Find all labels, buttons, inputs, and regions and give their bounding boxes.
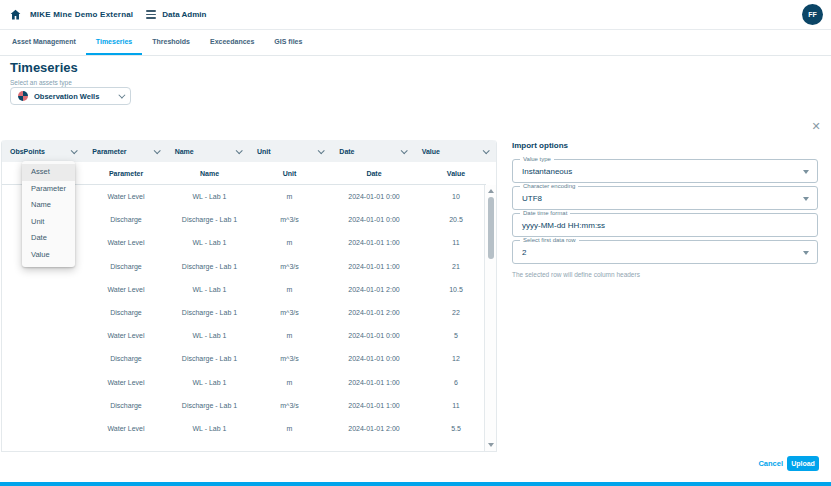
first-data-row-label: Select first data row — [520, 237, 579, 243]
column-mapping-select[interactable]: Value — [414, 148, 496, 155]
tab[interactable]: Asset Management — [2, 30, 86, 55]
date-time-format-input[interactable]: Date time format yyyy-MM-dd HH:mm:ss — [512, 213, 818, 237]
cancel-button[interactable]: Cancel — [758, 459, 783, 468]
cell-parameter: Discharge — [90, 263, 162, 270]
table-row: Water Level WL - Lab 1 m 2024-01-01 1:00… — [2, 371, 486, 394]
cell-date: 2024-01-01 1:00 — [322, 239, 426, 246]
value-type-select[interactable]: Value type Instantaneous — [512, 159, 818, 183]
cell-unit: m^3/s — [257, 309, 322, 316]
cell-value: 10 — [426, 193, 486, 200]
first-data-row-helper: The selected row will define column head… — [512, 271, 818, 278]
home-icon[interactable] — [9, 8, 22, 21]
column-mapping-select[interactable]: ObsPoints — [2, 148, 84, 155]
chevron-down-icon — [803, 197, 809, 201]
cell-name: WL - Lab 1 — [162, 193, 257, 200]
app-bar: MIKE Mine Demo External Data Admin FF — [0, 0, 831, 30]
header-name: Name — [162, 170, 257, 177]
page-title: Timeseries — [10, 60, 78, 75]
cell-unit: m — [257, 193, 322, 200]
menu-item[interactable]: Asset — [22, 164, 75, 181]
cell-value: 12 — [426, 355, 486, 362]
column-mapping-value: Unit — [257, 148, 271, 155]
menu-item[interactable]: Parameter — [22, 181, 75, 198]
cell-date: 2024-01-01 0:00 — [322, 355, 426, 362]
column-mapping-value: Value — [422, 148, 440, 155]
character-encoding-select[interactable]: Character encoding UTF8 — [512, 186, 818, 210]
tab[interactable]: GIS files — [264, 30, 312, 55]
column-mapping-bar: ObsPoints Parameter Name Unit Date — [2, 140, 496, 162]
column-mapping-menu: Asset Parameter Name Unit Date Value — [22, 161, 75, 267]
cell-date: 2024-01-01 1:00 — [322, 263, 426, 270]
table-row: Discharge Discharge - Lab 1 m^3/s 2024-0… — [2, 301, 486, 324]
column-mapping-select[interactable]: Name — [167, 148, 249, 155]
upload-button[interactable]: Upload — [787, 456, 819, 471]
cell-name: Discharge - Lab 1 — [162, 355, 257, 362]
close-icon[interactable]: ✕ — [810, 120, 822, 132]
tab[interactable]: Thresholds — [142, 30, 200, 55]
chevron-down-icon — [483, 147, 490, 154]
hamburger-icon[interactable] — [146, 10, 156, 18]
first-data-row-value: 2 — [522, 248, 526, 257]
menu-item[interactable]: Value — [22, 247, 75, 264]
cell-date: 2024-01-01 0:00 — [322, 193, 426, 200]
cell-value: 6 — [426, 379, 486, 386]
chevron-down-icon — [71, 147, 78, 154]
cell-name: Discharge - Lab 1 — [162, 263, 257, 270]
menu-item[interactable]: Unit — [22, 214, 75, 231]
cell-value: 21 — [426, 263, 486, 270]
cell-parameter: Discharge — [90, 216, 162, 223]
cell-parameter: Water Level — [90, 332, 162, 339]
cell-value: 11 — [426, 239, 486, 246]
asset-type-value: Observation Wells — [34, 92, 112, 101]
tab[interactable]: Timeseries — [86, 30, 142, 55]
cell-parameter: Discharge — [90, 402, 162, 409]
cell-date: 2024-01-01 0:00 — [322, 332, 426, 339]
avatar[interactable]: FF — [802, 4, 823, 25]
scroll-down-icon[interactable] — [488, 443, 494, 447]
date-time-format-label: Date time format — [520, 210, 570, 216]
column-mapping-value: Name — [175, 148, 194, 155]
menu-item[interactable]: Name — [22, 197, 75, 214]
tab[interactable]: Exceedances — [200, 30, 264, 55]
column-mapping-select[interactable]: Parameter — [84, 148, 166, 155]
chevron-down-icon — [803, 251, 809, 255]
cell-unit: m — [257, 286, 322, 293]
cell-value: 11 — [426, 402, 486, 409]
column-mapping-select[interactable]: Date — [331, 148, 413, 155]
cell-value: 20.5 — [426, 216, 486, 223]
table-row: Water Level WL - Lab 1 m 2024-01-01 2:00… — [2, 417, 486, 440]
asset-type-label: Select an assets type — [10, 79, 72, 86]
menu-item[interactable]: Date — [22, 230, 75, 247]
tab-bar: Asset Management Timeseries Thresholds E… — [0, 30, 831, 56]
cell-unit: m — [257, 239, 322, 246]
scroll-up-icon[interactable] — [488, 189, 494, 193]
header-parameter: Parameter — [90, 170, 162, 177]
cell-date: 2024-01-01 2:00 — [322, 286, 426, 293]
cell-name: WL - Lab 1 — [162, 379, 257, 386]
table-scrollbar[interactable] — [484, 185, 496, 451]
cell-date: 2024-01-01 1:00 — [322, 379, 426, 386]
date-time-format-value: yyyy-MM-dd HH:mm:ss — [522, 221, 605, 230]
table-row: Discharge Discharge - Lab 1 m^3/s 2024-0… — [2, 394, 486, 417]
asset-type-select[interactable]: Observation Wells — [10, 87, 131, 105]
cell-date: 2024-01-01 0:00 — [322, 216, 426, 223]
cell-unit: m^3/s — [257, 216, 322, 223]
header-date: Date — [322, 170, 426, 177]
column-mapping-value: ObsPoints — [10, 148, 45, 155]
value-type-label: Value type — [520, 156, 554, 162]
first-data-row-select[interactable]: Select first data row 2 — [512, 240, 818, 264]
chevron-down-icon — [153, 147, 160, 154]
cell-value: 5.5 — [426, 425, 486, 432]
cell-parameter: Water Level — [90, 193, 162, 200]
cell-name: WL - Lab 1 — [162, 425, 257, 432]
column-mapping-select[interactable]: Unit — [249, 148, 331, 155]
cell-name: Discharge - Lab 1 — [162, 402, 257, 409]
import-options-panel: Import options Value type Instantaneous … — [512, 141, 818, 278]
cell-unit: m^3/s — [257, 402, 322, 409]
chevron-down-icon — [236, 147, 243, 154]
character-encoding-value: UTF8 — [522, 194, 542, 203]
cell-unit: m — [257, 332, 322, 339]
cell-parameter: Water Level — [90, 286, 162, 293]
cell-unit: m — [257, 379, 322, 386]
scrollbar-thumb[interactable] — [488, 197, 494, 259]
